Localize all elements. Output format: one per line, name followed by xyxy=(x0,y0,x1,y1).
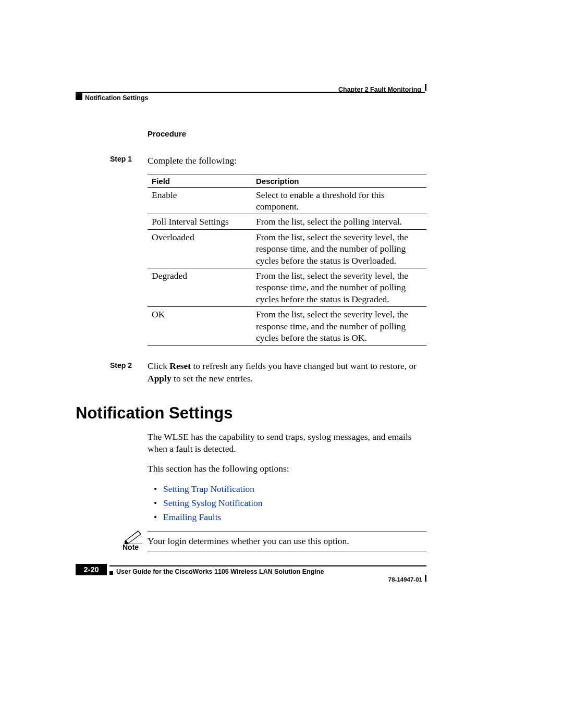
cell-desc: From the list, select the severity level… xyxy=(252,307,426,346)
table-header-description: Description xyxy=(252,175,426,187)
step-2-text-after: to set the new entries. xyxy=(172,373,253,384)
section-para-1: The WLSE has the capability to send trap… xyxy=(148,431,426,455)
footer-horizontal-rule xyxy=(109,565,426,566)
options-list: Setting Trap Notification Setting Syslog… xyxy=(148,482,426,524)
apply-keyword: Apply xyxy=(148,373,172,384)
header-horizontal-rule xyxy=(76,92,425,93)
table-row: Degraded From the list, select the sever… xyxy=(148,268,426,306)
footer-right-bar xyxy=(425,575,426,582)
cell-field: Poll Interval Settings xyxy=(148,214,252,229)
footer-small-square xyxy=(109,571,113,575)
note-text: Your login determines whether you can us… xyxy=(148,535,426,548)
cell-desc: From the list, select the polling interv… xyxy=(252,214,426,229)
header-section-label: Notification Settings xyxy=(85,94,149,102)
table-row: Enable Select to enable a threshold for … xyxy=(148,187,426,214)
step-1-text: Complete the following: xyxy=(148,155,237,167)
note-label: Note xyxy=(123,543,139,551)
section-para-2: This section has the following options: xyxy=(148,463,426,475)
field-description-table: Field Description Enable Select to enabl… xyxy=(148,175,426,346)
link-trap-notification[interactable]: Setting Trap Notification xyxy=(163,484,254,494)
cell-field: Enable xyxy=(148,187,252,214)
section-heading: Notification Settings xyxy=(76,404,426,423)
cell-desc: From the list, select the severity level… xyxy=(252,268,426,306)
table-row: Overloaded From the list, select the sev… xyxy=(148,229,426,268)
step-2-text-before: Click xyxy=(148,361,169,371)
step-2-text-mid: to refresh any fields you have changed b… xyxy=(191,361,417,371)
footer-page-number: 2-20 xyxy=(76,564,107,575)
table-row: OK From the list, select the severity le… xyxy=(148,307,426,346)
list-item: Setting Syslog Notification xyxy=(148,496,426,510)
note-rule-bottom xyxy=(148,551,426,551)
list-item: Setting Trap Notification xyxy=(148,482,426,496)
header-right-bar xyxy=(425,84,426,91)
cell-field: Degraded xyxy=(148,268,252,306)
footer-guide-title: User Guide for the CiscoWorks 1105 Wirel… xyxy=(116,568,324,575)
header-square-marker xyxy=(76,93,82,100)
svg-marker-1 xyxy=(126,532,140,543)
link-syslog-notification[interactable]: Setting Syslog Notification xyxy=(163,498,263,508)
link-emailing-faults[interactable]: Emailing Faults xyxy=(163,512,221,522)
step-2-label: Step 2 xyxy=(110,361,132,369)
table-header-field: Field xyxy=(148,175,252,187)
cell-field: Overloaded xyxy=(148,229,252,268)
step-1-label: Step 1 xyxy=(110,155,132,163)
table-row: Poll Interval Settings From the list, se… xyxy=(148,214,426,229)
note-rule-top xyxy=(148,532,426,532)
list-item: Emailing Faults xyxy=(148,510,426,524)
step-2-text: Click Reset to refresh any fields you ha… xyxy=(148,360,426,385)
reset-keyword: Reset xyxy=(169,361,191,371)
cell-desc: Select to enable a threshold for this co… xyxy=(252,187,426,214)
note-block: Note Your login determines whether you c… xyxy=(148,532,426,551)
procedure-label: Procedure xyxy=(148,129,426,138)
cell-desc: From the list, select the severity level… xyxy=(252,229,426,268)
cell-field: OK xyxy=(148,307,252,346)
footer-doc-number: 78-14947-01 xyxy=(388,576,422,583)
